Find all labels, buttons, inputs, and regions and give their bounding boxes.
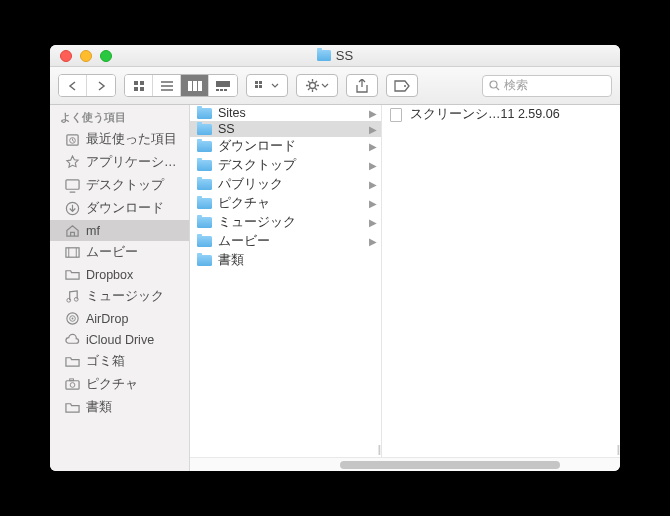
minimize-button[interactable] [80, 50, 92, 62]
chevron-right-icon: ▶ [369, 124, 377, 135]
svg-rect-1 [140, 81, 144, 85]
close-button[interactable] [60, 50, 72, 62]
share-button[interactable] [346, 74, 378, 97]
svg-rect-32 [65, 180, 78, 189]
window-title: SS [50, 48, 620, 63]
window-title-text: SS [336, 48, 353, 63]
svg-rect-8 [193, 81, 197, 91]
sidebar-item-11[interactable]: ピクチャ [50, 373, 189, 396]
svg-line-25 [308, 88, 310, 90]
sidebar: よく使う項目 最近使った項目アプリケーシ…デスクトップダウンロードmfムービーD… [50, 105, 190, 471]
view-column-button[interactable] [181, 75, 209, 96]
forward-button[interactable] [87, 75, 115, 96]
column1-row-6[interactable]: ミュージック▶ [190, 213, 381, 232]
column1-row-4[interactable]: パブリック▶ [190, 175, 381, 194]
sidebar-item-7[interactable]: ミュージック [50, 285, 189, 308]
folder-icon [317, 50, 331, 61]
folder-icon [196, 236, 212, 247]
camera-icon [64, 377, 80, 392]
sidebar-item-label: ミュージック [86, 288, 164, 305]
app-icon [64, 155, 80, 170]
movie-icon [64, 245, 80, 260]
search-placeholder: 検索 [504, 77, 528, 94]
svg-point-28 [490, 81, 497, 88]
window-controls [50, 50, 112, 62]
svg-rect-13 [224, 89, 227, 91]
row-label: ムービー [218, 233, 270, 250]
column1-row-8[interactable]: 書類 [190, 251, 381, 270]
column1-row-1[interactable]: SS▶ [190, 121, 381, 137]
row-label: スクリーンシ…11 2.59.06 [410, 106, 560, 123]
row-label: Sites [218, 106, 246, 120]
zoom-button[interactable] [100, 50, 112, 62]
sidebar-item-label: ゴミ箱 [86, 353, 125, 370]
download-icon [64, 201, 80, 216]
row-label: ダウンロード [218, 138, 296, 155]
back-button[interactable] [59, 75, 87, 96]
view-list-button[interactable] [153, 75, 181, 96]
svg-rect-3 [140, 87, 144, 91]
column1-row-3[interactable]: デスクトップ▶ [190, 156, 381, 175]
column2-row-0[interactable]: スクリーンシ…11 2.59.06 [382, 105, 620, 124]
sidebar-item-label: アプリケーシ… [86, 154, 177, 171]
finder-window: SS 検索 よく使う項目 最近使った項目ア [50, 45, 620, 471]
home-icon [64, 223, 80, 238]
sidebar-item-2[interactable]: デスクトップ [50, 174, 189, 197]
folder-icon [196, 160, 212, 171]
search-field[interactable]: 検索 [482, 75, 612, 97]
svg-rect-14 [255, 81, 258, 84]
cloud-icon [64, 332, 80, 347]
titlebar: SS [50, 45, 620, 67]
svg-line-29 [496, 87, 499, 90]
svg-line-24 [315, 88, 317, 90]
chevron-right-icon: ▶ [369, 141, 377, 152]
sidebar-item-label: ダウンロード [86, 200, 164, 217]
svg-point-27 [404, 85, 406, 87]
folder-icon [196, 108, 212, 119]
action-button[interactable] [296, 74, 338, 97]
chevron-right-icon: ▶ [369, 236, 377, 247]
svg-rect-35 [65, 248, 78, 257]
sidebar-item-1[interactable]: アプリケーシ… [50, 151, 189, 174]
chevron-right-icon: ▶ [369, 198, 377, 209]
folder-icon [64, 400, 80, 415]
column1-row-0[interactable]: Sites▶ [190, 105, 381, 121]
svg-rect-11 [216, 89, 219, 91]
tags-button[interactable] [386, 74, 418, 97]
sidebar-item-label: 書類 [86, 399, 112, 416]
view-gallery-button[interactable] [209, 75, 237, 96]
columns: Sites▶SS▶ダウンロード▶デスクトップ▶パブリック▶ピクチャ▶ミュージック… [190, 105, 620, 471]
sidebar-item-3[interactable]: ダウンロード [50, 197, 189, 220]
sidebar-item-label: Dropbox [86, 268, 133, 282]
sidebar-item-label: ピクチャ [86, 376, 138, 393]
chevron-right-icon: ▶ [369, 179, 377, 190]
column-resize-handle[interactable]: || [378, 444, 379, 455]
sidebar-item-8[interactable]: AirDrop [50, 308, 189, 329]
chevron-right-icon: ▶ [369, 108, 377, 119]
horizontal-scrollbar[interactable] [190, 457, 620, 471]
sidebar-item-label: mf [86, 224, 100, 238]
sidebar-item-9[interactable]: iCloud Drive [50, 329, 189, 350]
view-buttons [124, 74, 238, 97]
view-icon-button[interactable] [125, 75, 153, 96]
column-resize-handle[interactable]: || [617, 444, 618, 455]
column-2: スクリーンシ…11 2.59.06|| [382, 105, 620, 457]
sidebar-item-0[interactable]: 最近使った項目 [50, 128, 189, 151]
svg-line-26 [315, 81, 317, 83]
column1-row-7[interactable]: ムービー▶ [190, 232, 381, 251]
sidebar-item-6[interactable]: Dropbox [50, 264, 189, 285]
sidebar-item-10[interactable]: ゴミ箱 [50, 350, 189, 373]
chevron-right-icon: ▶ [369, 217, 377, 228]
column1-row-5[interactable]: ピクチャ▶ [190, 194, 381, 213]
scrollbar-thumb[interactable] [340, 461, 560, 469]
sidebar-item-12[interactable]: 書類 [50, 396, 189, 419]
column1-row-2[interactable]: ダウンロード▶ [190, 137, 381, 156]
sidebar-item-5[interactable]: ムービー [50, 241, 189, 264]
sidebar-item-4[interactable]: mf [50, 220, 189, 241]
row-label: パブリック [218, 176, 283, 193]
svg-line-23 [308, 81, 310, 83]
music-icon [64, 289, 80, 304]
folder-icon [196, 179, 212, 190]
row-label: SS [218, 122, 235, 136]
arrange-button[interactable] [246, 74, 288, 97]
